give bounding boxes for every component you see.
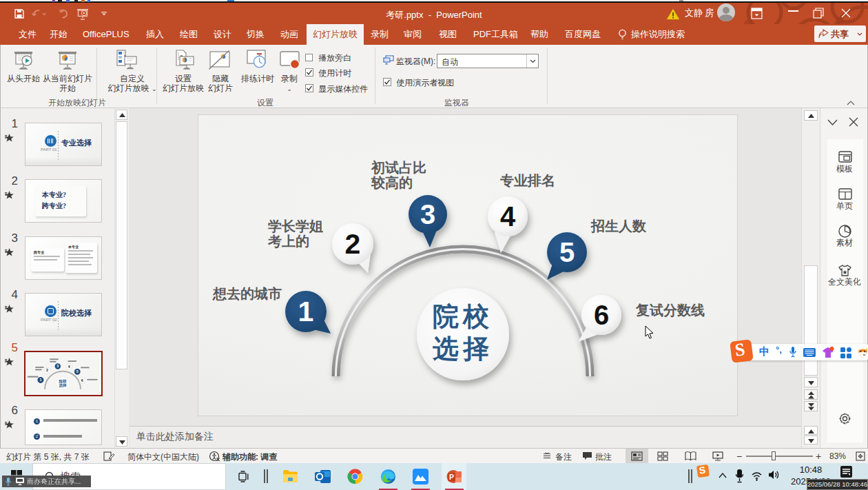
svg-text:学长学姐: 学长学姐 [268, 218, 323, 234]
svg-text:1: 1 [39, 378, 41, 382]
svg-text:1: 1 [298, 296, 314, 327]
svg-text:考上的: 考上的 [267, 234, 309, 249]
svg-text:3: 3 [56, 364, 59, 368]
svg-text:选择: 选择 [432, 334, 493, 363]
svg-text:4: 4 [500, 201, 516, 232]
svg-text:较高的: 较高的 [371, 175, 413, 190]
svg-text:2: 2 [46, 368, 48, 372]
svg-text:P: P [449, 473, 454, 481]
svg-text:4: 4 [68, 365, 70, 369]
svg-text:院校: 院校 [59, 379, 67, 384]
svg-text:想去的城市: 想去的城市 [212, 286, 282, 301]
svg-text:3: 3 [420, 199, 435, 229]
svg-text:院校: 院校 [433, 302, 493, 331]
svg-text:初试占比: 初试占比 [371, 160, 426, 175]
svg-text:选择: 选择 [58, 383, 67, 388]
svg-text:5: 5 [76, 369, 79, 374]
svg-text:复试分数线: 复试分数线 [635, 303, 705, 318]
svg-text:2: 2 [345, 228, 361, 260]
svg-text:6: 6 [594, 300, 609, 330]
svg-text:6: 6 [81, 378, 83, 382]
svg-text:专业排名: 专业排名 [499, 173, 555, 188]
svg-text:5: 5 [559, 237, 575, 267]
svg-text:招生人数: 招生人数 [590, 218, 647, 234]
